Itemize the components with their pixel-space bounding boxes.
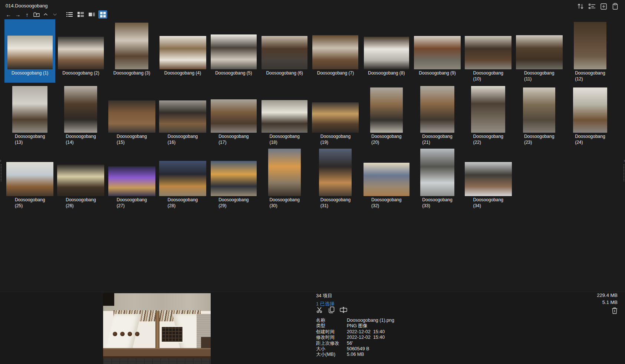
file-thumbnail[interactable]	[12, 86, 47, 133]
file-item[interactable]: Doosoogobang (27)	[106, 146, 157, 209]
trash-icon[interactable]	[597, 307, 618, 314]
file-thumbnail[interactable]	[159, 36, 206, 69]
file-thumbnail[interactable]	[312, 35, 358, 69]
chevron-down-icon[interactable]	[51, 10, 59, 19]
file-item[interactable]: Doosoogobang (2)	[55, 19, 106, 83]
file-item[interactable]: Doosoogobang (10)	[463, 19, 514, 83]
file-thumbnail[interactable]	[64, 86, 97, 133]
file-item[interactable]: Doosoogobang (19)	[310, 83, 361, 146]
file-thumbnail[interactable]	[108, 166, 155, 196]
detail-label: 修改时间	[316, 335, 347, 340]
preview-image[interactable]	[103, 293, 211, 364]
file-item[interactable]: Doosoogobang (13)	[4, 83, 55, 146]
file-thumbnail[interactable]	[211, 99, 257, 133]
file-item[interactable]: Doosoogobang (11)	[514, 19, 565, 83]
file-thumbnail[interactable]	[573, 87, 607, 133]
file-thumbnail[interactable]	[574, 22, 606, 69]
file-item[interactable]: Doosoogobang (21)	[412, 83, 463, 146]
file-item[interactable]: Doosoogobang (18)	[259, 83, 310, 146]
file-label: Doosoogobang (25)	[4, 197, 55, 209]
file-thumbnail[interactable]	[159, 161, 206, 196]
file-thumbnail[interactable]	[261, 100, 307, 133]
file-item[interactable]: Doosoogobang (28)	[157, 146, 208, 209]
file-thumbnail[interactable]	[364, 163, 409, 196]
file-thumbnail[interactable]	[159, 100, 206, 133]
back-icon[interactable]: ←	[5, 10, 12, 19]
sort-icon[interactable]	[576, 2, 585, 10]
file-thumbnail[interactable]	[465, 36, 511, 69]
file-item[interactable]: Doosoogobang (26)	[55, 146, 106, 209]
file-item[interactable]: Doosoogobang (5)	[208, 19, 259, 83]
new-item-icon[interactable]	[599, 2, 608, 10]
clipboard-icon[interactable]	[611, 2, 619, 10]
file-item[interactable]: Doosoogobang (25)	[4, 146, 55, 209]
multiselect-icon[interactable]	[588, 2, 596, 10]
file-thumbnail[interactable]	[261, 36, 307, 69]
file-item[interactable]: Doosoogobang (33)	[412, 146, 463, 209]
file-item[interactable]: Doosoogobang (8)	[361, 19, 412, 83]
file-item[interactable]: Doosoogobang (16)	[157, 83, 208, 146]
file-item[interactable]: Doosoogobang (29)	[208, 146, 259, 209]
file-thumbnail[interactable]	[516, 35, 563, 69]
copy-icon[interactable]	[328, 306, 335, 314]
file-label: Doosoogobang (16)	[157, 134, 208, 145]
chevron-up-icon[interactable]	[42, 10, 49, 19]
file-item[interactable]: Doosoogobang (9)	[412, 19, 463, 83]
file-item[interactable]: Doosoogobang (14)	[55, 83, 106, 146]
content-view-icon[interactable]	[76, 10, 85, 19]
file-label: Doosoogobang (11)	[514, 70, 565, 82]
file-item[interactable]: Doosoogobang (34)	[463, 146, 514, 209]
up-icon[interactable]: ↑	[23, 10, 31, 19]
grid-view-icon[interactable]	[98, 10, 107, 19]
file-label: Doosoogobang (21)	[412, 134, 463, 145]
forward-icon[interactable]: →	[14, 10, 22, 19]
file-thumbnail[interactable]	[465, 162, 512, 196]
file-item[interactable]: Doosoogobang (23)	[514, 83, 565, 146]
rename-icon[interactable]	[340, 306, 347, 314]
file-label: Doosoogobang (5)	[208, 70, 259, 76]
file-item[interactable]: Doosoogobang (3)	[106, 19, 157, 83]
bottom-panel: 34 项目 1 已选择 名称Doosoogobang (1).png 类型PNG…	[0, 292, 625, 364]
file-item[interactable]: Doosoogobang (12)	[565, 19, 615, 83]
file-item[interactable]: Doosoogobang (31)	[310, 146, 361, 209]
file-thumbnail[interactable]	[108, 100, 155, 133]
file-label: Doosoogobang (9)	[412, 70, 463, 76]
file-item[interactable]: Doosoogobang (1)	[4, 19, 55, 83]
left-panel-handle[interactable]: ›	[0, 159, 4, 183]
total-size: 229.4 MB	[597, 292, 618, 298]
file-item[interactable]: Doosoogobang (22)	[463, 83, 514, 146]
file-thumbnail[interactable]	[57, 165, 104, 196]
file-thumbnail[interactable]	[211, 161, 257, 196]
file-item[interactable]: Doosoogobang (4)	[157, 19, 208, 83]
file-item[interactable]: Doosoogobang (6)	[259, 19, 310, 83]
file-thumbnail[interactable]	[420, 149, 454, 196]
file-item[interactable]: Doosoogobang (24)	[565, 83, 615, 146]
file-thumbnail[interactable]	[370, 87, 403, 133]
file-thumbnail[interactable]	[523, 87, 555, 133]
file-thumbnail[interactable]	[364, 37, 409, 69]
file-thumbnail[interactable]	[268, 149, 301, 196]
file-thumbnail[interactable]	[6, 162, 53, 196]
file-item[interactable]: Doosoogobang (30)	[259, 146, 310, 209]
file-item[interactable]: Doosoogobang (7)	[310, 19, 361, 83]
file-thumbnail[interactable]	[319, 149, 352, 196]
file-thumbnail[interactable]	[211, 34, 257, 69]
file-thumbnail[interactable]	[420, 86, 454, 133]
file-item[interactable]: Doosoogobang (17)	[208, 83, 259, 146]
file-item[interactable]: Doosoogobang (20)	[361, 83, 412, 146]
list-view-icon[interactable]	[65, 10, 74, 19]
details-view-icon[interactable]	[87, 10, 96, 19]
right-panel-handle[interactable]: ‹	[621, 159, 625, 183]
file-thumbnail-area	[361, 19, 412, 69]
cut-icon[interactable]	[316, 306, 323, 314]
file-thumbnail[interactable]	[58, 37, 104, 69]
file-thumbnail[interactable]	[312, 102, 359, 133]
file-item[interactable]: Doosoogobang (15)	[106, 83, 157, 146]
file-item[interactable]: Doosoogobang (32)	[361, 146, 412, 209]
folder-up-icon[interactable]	[33, 10, 40, 19]
view-switcher	[65, 10, 107, 19]
file-thumbnail[interactable]	[115, 23, 148, 69]
file-thumbnail[interactable]	[7, 36, 53, 69]
file-thumbnail[interactable]	[414, 36, 461, 69]
file-thumbnail[interactable]	[471, 86, 505, 133]
